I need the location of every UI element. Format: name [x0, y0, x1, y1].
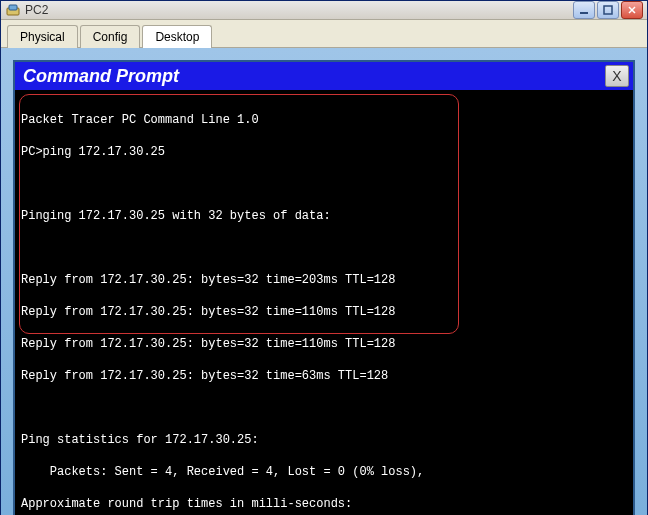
- terminal-line: [21, 400, 627, 416]
- window-title: PC2: [25, 3, 573, 17]
- desktop-content: Command Prompt X Packet Tracer PC Comman…: [1, 48, 647, 515]
- terminal-line: Packets: Sent = 4, Received = 4, Lost = …: [21, 464, 627, 480]
- terminal-line: Pinging 172.17.30.25 with 32 bytes of da…: [21, 208, 627, 224]
- command-prompt-title: Command Prompt: [23, 66, 605, 87]
- command-prompt-close-button[interactable]: X: [605, 65, 629, 87]
- window-close-button[interactable]: [621, 1, 643, 19]
- terminal-output: Packet Tracer PC Command Line 1.0 PC>pin…: [21, 96, 627, 515]
- minimize-button[interactable]: [573, 1, 595, 19]
- terminal-line: Ping statistics for 172.17.30.25:: [21, 432, 627, 448]
- tab-desktop[interactable]: Desktop: [142, 25, 212, 48]
- command-prompt-window: Command Prompt X Packet Tracer PC Comman…: [13, 60, 635, 515]
- terminal-line: Reply from 172.17.30.25: bytes=32 time=2…: [21, 272, 627, 288]
- svg-rect-3: [604, 6, 612, 14]
- window-titlebar[interactable]: PC2: [1, 1, 647, 20]
- terminal-line: Approximate round trip times in milli-se…: [21, 496, 627, 512]
- terminal-line: PC>ping 172.17.30.25: [21, 144, 627, 160]
- svg-rect-1: [9, 5, 17, 10]
- tab-bar: Physical Config Desktop: [1, 20, 647, 48]
- terminal-line: [21, 240, 627, 256]
- maximize-button[interactable]: [597, 1, 619, 19]
- tab-config[interactable]: Config: [80, 25, 141, 48]
- terminal-line: Reply from 172.17.30.25: bytes=32 time=1…: [21, 304, 627, 320]
- app-icon: [5, 2, 21, 18]
- svg-rect-2: [580, 12, 588, 14]
- terminal-line: Reply from 172.17.30.25: bytes=32 time=6…: [21, 368, 627, 384]
- terminal-line: Packet Tracer PC Command Line 1.0: [21, 112, 627, 128]
- app-window: PC2 Physical Config Desktop Command Prom…: [0, 0, 648, 515]
- window-controls: [573, 1, 643, 19]
- terminal-line: [21, 176, 627, 192]
- terminal-line: Reply from 172.17.30.25: bytes=32 time=1…: [21, 336, 627, 352]
- terminal-body[interactable]: Packet Tracer PC Command Line 1.0 PC>pin…: [15, 90, 633, 515]
- tab-physical[interactable]: Physical: [7, 25, 78, 48]
- command-prompt-titlebar[interactable]: Command Prompt X: [15, 62, 633, 90]
